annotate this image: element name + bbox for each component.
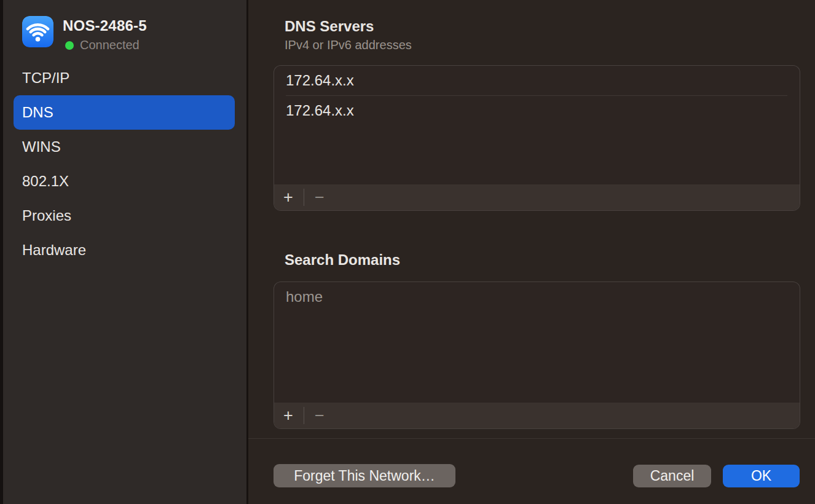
sidebar-item-8021x[interactable]: 802.1X (14, 164, 235, 199)
sidebar-item-dns[interactable]: DNS (14, 95, 235, 130)
remove-search-domain-button[interactable]: − (310, 406, 329, 425)
sidebar-item-label: Proxies (22, 207, 71, 224)
sidebar-item-hardware[interactable]: Hardware (14, 233, 235, 267)
search-domains-rows: home (274, 282, 800, 403)
sidebar-nav: TCP/IP DNS WINS 802.1X Proxies Hardware (14, 61, 235, 267)
footer-divider (248, 438, 815, 439)
search-domains-title: Search Domains (285, 251, 400, 269)
sidebar-item-label: Hardware (22, 242, 86, 259)
connected-status-dot-icon (65, 41, 74, 50)
toolbar-separator (304, 407, 304, 424)
sidebar-item-tcpip[interactable]: TCP/IP (14, 61, 235, 95)
dns-servers-subtitle: IPv4 or IPv6 addresses (285, 38, 412, 52)
add-dns-server-button[interactable]: + (279, 188, 297, 207)
dns-servers-rows: 172.64.x.x 172.64.x.x (274, 66, 800, 184)
sidebar-item-wins[interactable]: WINS (14, 130, 235, 164)
network-info: NOS-2486-5 Connected (63, 16, 147, 52)
sidebar: NOS-2486-5 Connected TCP/IP DNS WINS 802… (3, 0, 246, 504)
dns-server-entry[interactable]: 172.64.x.x (274, 66, 800, 95)
cancel-button[interactable]: Cancel (633, 465, 711, 487)
dns-servers-list-toolbar: + − (274, 184, 800, 210)
wifi-icon (22, 16, 53, 47)
sidebar-item-label: DNS (22, 104, 53, 121)
toolbar-separator (304, 189, 304, 206)
search-domain-entry[interactable]: home (274, 282, 800, 312)
connected-status-label: Connected (80, 38, 140, 52)
network-header: NOS-2486-5 Connected (22, 16, 147, 52)
dns-server-value: 172.64.x.x (286, 102, 354, 119)
sidebar-item-label: WINS (22, 138, 61, 156)
remove-dns-server-button[interactable]: − (310, 188, 329, 207)
network-name: NOS-2486-5 (63, 17, 147, 34)
network-status: Connected (63, 38, 147, 52)
dns-server-value: 172.64.x.x (286, 72, 354, 89)
add-search-domain-button[interactable]: + (279, 406, 297, 425)
sidebar-item-label: TCP/IP (22, 69, 69, 87)
dns-server-entry[interactable]: 172.64.x.x (274, 96, 800, 125)
detail-panel: DNS Servers IPv4 or IPv6 addresses 172.6… (248, 0, 815, 504)
sidebar-item-label: 802.1X (22, 173, 69, 190)
ok-button[interactable]: OK (723, 465, 800, 487)
dns-servers-list: 172.64.x.x 172.64.x.x + − (274, 65, 800, 211)
search-domains-list-toolbar: + − (274, 403, 800, 428)
search-domain-value: home (286, 288, 323, 305)
forget-network-button[interactable]: Forget This Network… (274, 464, 455, 487)
dns-servers-title: DNS Servers (285, 18, 374, 35)
sidebar-item-proxies[interactable]: Proxies (14, 199, 235, 233)
search-domains-list: home + − (274, 282, 800, 429)
